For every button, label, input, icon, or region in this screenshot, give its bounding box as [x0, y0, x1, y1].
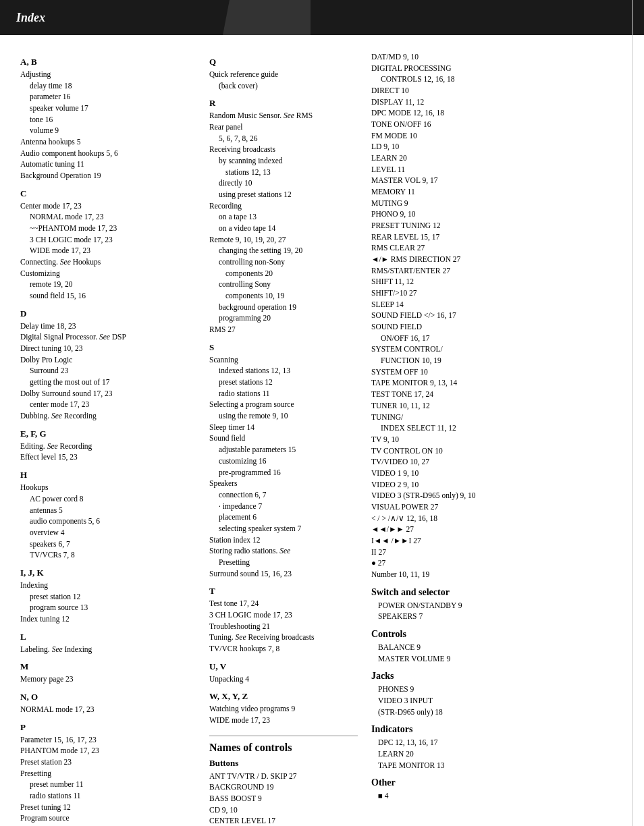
- names-of-controls-head: Names of controls: [209, 736, 358, 754]
- list-item: PHANTOM mode 17, 23: [20, 745, 196, 756]
- section-head-r: R: [209, 98, 358, 109]
- list-item: PHONO 9, 10: [371, 209, 574, 220]
- list-item: Storing radio stations. See: [209, 545, 358, 557]
- list-item: Selecting a program source: [209, 399, 358, 410]
- list-item: remote 19, 20: [20, 279, 196, 290]
- list-item: speakers 6, 7: [20, 539, 196, 550]
- content-area: A, B Adjusting delay time 18 parameter 1…: [0, 49, 644, 826]
- list-item: WIDE mode 17, 23: [209, 715, 358, 726]
- list-item: Dubbing. See Recording: [20, 410, 196, 422]
- list-item: SOUND FIELD </> 16, 17: [371, 310, 574, 321]
- list-item: TAPE MONITOR 9, 13, 14: [371, 377, 574, 389]
- section-head-ab: A, B: [20, 57, 196, 67]
- list-item: BASS BOOST 9: [209, 793, 358, 804]
- section-head-m: M: [20, 661, 196, 672]
- list-item: Recording: [209, 200, 358, 212]
- list-item: Antenna hookups 5: [20, 136, 196, 148]
- list-item: VISUAL POWER 27: [371, 501, 574, 513]
- list-item: CD 9, 10: [209, 804, 358, 816]
- list-item: programming 20: [209, 312, 358, 324]
- list-item: Station index 12: [209, 534, 358, 546]
- list-item: Surround sound 15, 16, 23: [209, 568, 358, 580]
- list-item: BACKGROUND 19: [209, 781, 358, 793]
- list-item: Troubleshooting 21: [209, 621, 358, 632]
- middle-column: Q Quick reference guide (back cover) R R…: [209, 49, 371, 826]
- list-item: antennas 5: [20, 505, 196, 516]
- right-border-decoration: [632, 0, 644, 826]
- list-item: Sleep timer 14: [209, 422, 358, 433]
- list-item: MEMORY 11: [371, 186, 574, 198]
- list-item: getting the most out of 17: [20, 377, 196, 388]
- list-item: TV 9, 10: [371, 434, 574, 445]
- list-item: Presetting: [20, 768, 196, 779]
- list-item: radio stations 11: [209, 388, 358, 400]
- list-item: TV/VCR hookups 7, 8: [209, 643, 358, 655]
- list-item: overview 4: [20, 527, 196, 539]
- list-item: controlling non-Sony: [209, 256, 358, 268]
- list-item: Indexing: [20, 580, 196, 591]
- list-item: Rear panel: [209, 121, 358, 133]
- list-item: Number 10, 11, 19: [371, 569, 574, 580]
- list-item: tone 16: [20, 114, 196, 126]
- list-item: AC power cord 8: [20, 493, 196, 505]
- list-item: components 10, 19: [209, 290, 358, 302]
- list-item: sound field 15, 16: [20, 290, 196, 302]
- list-item: on a tape 13: [209, 211, 358, 223]
- list-item: MASTER VOLUME 9: [378, 653, 574, 665]
- buttons-head: Buttons: [209, 758, 358, 769]
- list-item: delay time 18: [20, 80, 196, 92]
- other-head: Other: [371, 777, 574, 788]
- list-item: INDEX SELECT 11, 12: [371, 422, 574, 434]
- section-head-h: H: [20, 470, 196, 480]
- list-item: Receiving broadcasts: [209, 144, 358, 155]
- section-head-s: S: [209, 342, 358, 353]
- list-item: Scanning: [209, 354, 358, 366]
- list-item: center mode 17, 23: [20, 399, 196, 410]
- section-head-p: P: [20, 722, 196, 733]
- list-item: SHIFT 11, 12: [371, 276, 574, 287]
- list-item: SPEAKERS 7: [378, 611, 574, 622]
- list-item: preset stations 12: [209, 377, 358, 388]
- list-item: ANT TV/VTR / D. SKIP 27: [209, 771, 358, 782]
- list-item: pre-programmed 16: [209, 467, 358, 478]
- list-item: Speakers: [209, 478, 358, 489]
- list-item: DAT/MD 9, 10: [371, 51, 574, 63]
- list-item: adjustable parameters 15: [209, 444, 358, 456]
- list-item: SOUND FIELD: [371, 321, 574, 333]
- list-item: PHONES 9: [378, 684, 574, 695]
- list-item: RMS 27: [209, 324, 358, 335]
- switch-selector-head: Switch and selector: [371, 587, 574, 598]
- list-item: DIGITAL PROCESSING: [371, 63, 574, 74]
- jacks-head: Jacks: [371, 671, 574, 682]
- section-head-ijk: I, J, K: [20, 568, 196, 578]
- section-head-efg: E, F, G: [20, 429, 196, 439]
- list-item: (STR-D965 only) 18: [378, 707, 574, 718]
- list-item: SHIFT/>10 27: [371, 287, 574, 299]
- list-item: Memory page 23: [20, 673, 196, 685]
- list-item: REAR LEVEL 15, 17: [371, 231, 574, 243]
- list-item: < / > /∧/∨ 12, 16, 18: [371, 513, 574, 524]
- list-item: CONTROLS 12, 16, 18: [371, 74, 574, 85]
- list-item: 5, 6, 7, 8, 26: [209, 133, 358, 144]
- list-item: FUNCTION 10, 19: [371, 355, 574, 366]
- section-head-l: L: [20, 632, 196, 642]
- list-item: DISPLAY 11, 12: [371, 97, 574, 108]
- right-column: DAT/MD 9, 10 DIGITAL PROCESSING CONTROLS…: [371, 49, 587, 826]
- list-item: Labeling. See Indexing: [20, 644, 196, 655]
- list-item: Background Operation 19: [20, 170, 196, 182]
- list-item: TUNER 10, 11, 12: [371, 400, 574, 412]
- list-item: controlling Sony: [209, 279, 358, 290]
- list-item: Editing. See Recording: [20, 441, 196, 452]
- list-item: TAPE MONITOR 13: [378, 760, 574, 771]
- page: Index A, B Adjusting delay time 18 param…: [0, 0, 644, 826]
- controls-head: Controls: [371, 629, 574, 640]
- list-item: selecting speaker system 7: [209, 523, 358, 534]
- list-item: 3 CH LOGIC mode 17, 23: [20, 234, 196, 246]
- list-item: volume 9: [20, 125, 196, 136]
- list-item: NORMAL mode 17, 23: [20, 211, 196, 223]
- section-head-uv: U, V: [209, 661, 358, 672]
- list-item: RMS CLEAR 27: [371, 242, 574, 254]
- list-item: using the remote 9, 10: [209, 410, 358, 422]
- list-item: TEST TONE 17, 24: [371, 389, 574, 400]
- header: Index: [0, 0, 644, 35]
